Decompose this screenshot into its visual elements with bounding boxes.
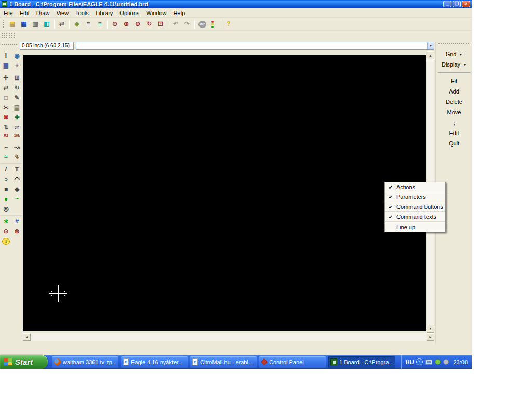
use-library-button[interactable]: ◈: [71, 19, 83, 30]
action-edit-button[interactable]: Edit: [437, 128, 471, 138]
network-display-icon[interactable]: [425, 360, 432, 365]
signal-tool-button[interactable]: ~: [12, 194, 22, 204]
info-tool-button[interactable]: i: [1, 51, 11, 60]
taskbar-task-0[interactable]: waltham 3361 tv zp...: [52, 356, 118, 368]
command-input[interactable]: [76, 42, 427, 49]
action-panel-grip[interactable]: [438, 43, 470, 46]
menu-tools[interactable]: Tools: [75, 10, 89, 16]
save-button[interactable]: ▦: [18, 19, 30, 30]
context-item-command-texts[interactable]: ✔Command texts: [385, 212, 445, 222]
split-tool-button[interactable]: ↝: [12, 142, 22, 152]
messenger-icon[interactable]: [443, 359, 449, 365]
close-button[interactable]: ×: [462, 1, 470, 7]
zoom-fit-button[interactable]: ⊙: [109, 19, 121, 30]
scroll-right-button[interactable]: ►: [427, 333, 434, 341]
open-button[interactable]: ▤: [7, 19, 18, 30]
cam-processor-button[interactable]: ◧: [41, 19, 52, 30]
circle-tool-button[interactable]: ○: [1, 175, 11, 184]
taskbar-task-4[interactable]: 1 Board - C:\Progra...: [328, 356, 395, 368]
start-button[interactable]: Start: [0, 355, 48, 369]
auto-tool-button[interactable]: #: [12, 217, 22, 226]
action-delete-button[interactable]: Delete: [437, 97, 471, 107]
menu-draw[interactable]: Draw: [36, 10, 50, 16]
via-tool-button[interactable]: ●: [1, 194, 11, 204]
paste-tool-button[interactable]: ▤: [12, 103, 22, 112]
pinswap-tool-button[interactable]: ⇅: [1, 123, 11, 132]
move-tool-button[interactable]: ✛: [1, 73, 11, 83]
rotate-tool-button[interactable]: ↻: [12, 83, 22, 92]
horizontal-scrollbar[interactable]: ◄ ►: [23, 333, 434, 341]
text-tool-button[interactable]: T: [12, 165, 22, 174]
context-item-parameters[interactable]: ✔Parameters: [385, 192, 445, 202]
zoom-redraw-button[interactable]: ↻: [143, 19, 155, 30]
minimize-button[interactable]: _: [443, 1, 451, 7]
menu-file[interactable]: File: [4, 10, 13, 16]
copy-tool-button[interactable]: ⊞: [12, 73, 22, 83]
errors-tool-button[interactable]: ⊗: [12, 227, 22, 236]
command-bar-grip[interactable]: [1, 44, 18, 47]
traffic-light-button[interactable]: [208, 19, 219, 30]
taskbar-task-2[interactable]: eCitroMail.hu - erabi...: [190, 356, 257, 368]
action-move-button[interactable]: Move: [437, 107, 471, 117]
display-tool-button[interactable]: ▩: [1, 61, 11, 70]
action-fit-button[interactable]: Fit: [437, 76, 471, 86]
ripup-tool-button[interactable]: ↯: [12, 152, 22, 162]
menu-library[interactable]: Library: [96, 10, 113, 16]
param-toolbar-grip[interactable]: [1, 32, 8, 39]
context-item-actions[interactable]: ✔Actions: [385, 182, 445, 192]
delete-tool-button[interactable]: ✖: [1, 113, 11, 122]
help-button[interactable]: ?: [223, 19, 234, 30]
action-add-button[interactable]: Add: [437, 86, 471, 97]
warning-tool-button[interactable]: !: [1, 236, 11, 246]
run-ulp-button[interactable]: ≡: [94, 19, 105, 30]
grid-dropdown[interactable]: Grid▼: [437, 49, 471, 59]
mirror-tool-button[interactable]: ⇄: [1, 83, 11, 92]
command-dropdown-button[interactable]: ▼: [427, 42, 434, 49]
miter-tool-button[interactable]: ⌐: [1, 142, 11, 152]
show-tool-button[interactable]: ◉: [12, 51, 22, 60]
value-tool-button[interactable]: 10k: [12, 132, 22, 142]
hole-tool-button[interactable]: ◎: [1, 204, 11, 214]
menu-edit[interactable]: Edit: [20, 10, 30, 16]
ratsnest-tool-button[interactable]: ∗: [1, 217, 11, 226]
mark-tool-button[interactable]: +: [12, 61, 22, 70]
drc-tool-button[interactable]: ⊙: [1, 227, 11, 236]
status-green-icon[interactable]: [435, 359, 441, 365]
change-tool-button[interactable]: ✎: [12, 93, 22, 102]
action-quit-button[interactable]: Quit: [437, 138, 471, 149]
toolbar-grip[interactable]: [3, 20, 5, 29]
action-semicolon-button[interactable]: ;: [437, 117, 471, 128]
menu-window[interactable]: Window: [146, 10, 166, 16]
polygon-tool-button[interactable]: ◆: [12, 184, 22, 194]
scroll-up-button[interactable]: ▲: [427, 51, 434, 59]
board-canvas[interactable]: [23, 55, 426, 331]
zoom-select-button[interactable]: ⊡: [155, 19, 166, 30]
switch-editor-button[interactable]: ⇄: [56, 19, 68, 30]
wire-tool-button[interactable]: /: [1, 165, 11, 174]
taskbar-task-3[interactable]: Control Panel: [259, 356, 326, 368]
taskbar-task-1[interactable]: eEagle 4.16 nyákter...: [121, 356, 188, 368]
arc-tool-button[interactable]: ◠: [12, 175, 22, 184]
cut-tool-button[interactable]: ✂: [1, 103, 11, 112]
optimize-tool-button[interactable]: ≈: [1, 152, 11, 162]
redo-button[interactable]: ↷: [181, 19, 193, 30]
print-button[interactable]: ▥: [30, 19, 41, 30]
scroll-down-button[interactable]: ▼: [427, 325, 434, 332]
rect-tool-button[interactable]: ■: [1, 184, 11, 194]
menu-view[interactable]: View: [56, 10, 69, 16]
hide-chevron-icon[interactable]: ‹: [416, 358, 423, 365]
menu-help[interactable]: Help: [173, 10, 185, 16]
zoom-in-button[interactable]: ⊕: [121, 19, 132, 30]
param-toolbar-grip2[interactable]: [9, 32, 16, 39]
context-item-command-buttons[interactable]: ✔Command buttons: [385, 202, 445, 212]
run-script-button[interactable]: ≡: [83, 19, 94, 30]
zoom-out-button[interactable]: ⊖: [132, 19, 143, 30]
title-bar[interactable]: 1 Board - C:\Program Files\EAGLE 4.11\un…: [0, 0, 472, 8]
smash-tool-button[interactable]: R2: [1, 132, 11, 142]
context-item-line-up[interactable]: Line up: [385, 222, 445, 232]
undo-button[interactable]: ↶: [170, 19, 181, 30]
menu-options[interactable]: Options: [119, 10, 139, 16]
replace-tool-button[interactable]: ⇌: [12, 123, 22, 132]
scroll-left-button[interactable]: ◄: [23, 333, 31, 341]
add-tool-button[interactable]: ✚: [12, 113, 22, 122]
